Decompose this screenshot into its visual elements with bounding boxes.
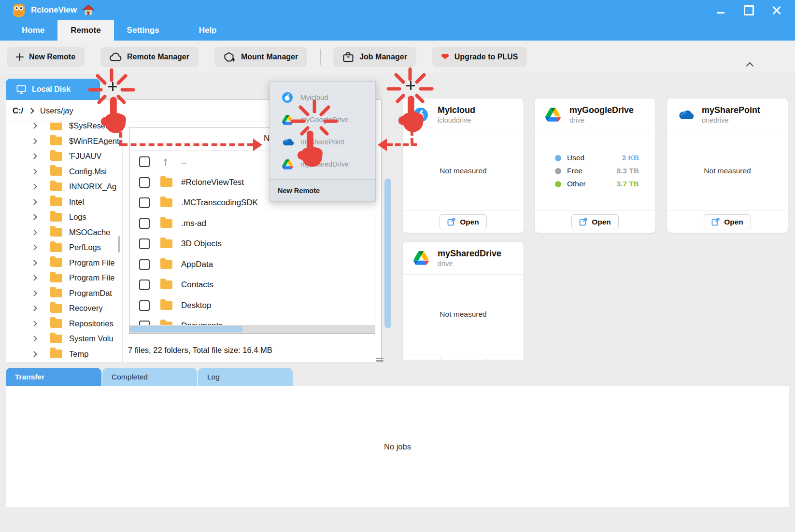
breadcrumb-root[interactable]: C:/ (13, 106, 23, 115)
remote-manager-button[interactable]: Remote Manager (100, 47, 199, 67)
tree-item[interactable]: 'FJUAUV (6, 149, 122, 164)
file-row[interactable]: .ms-ad (129, 213, 375, 234)
close-button[interactable] (771, 4, 782, 16)
checkbox[interactable] (139, 177, 150, 188)
popup-item-myshareddrive[interactable]: mySharedDrive (270, 153, 375, 175)
briefcase-icon (342, 52, 354, 62)
menu-home[interactable]: Home (9, 20, 57, 41)
popup-item-mygoogledrive[interactable]: myGoogleDrive (270, 109, 375, 131)
open-remote-button[interactable]: Open (571, 214, 619, 229)
no-jobs-text: No jobs (384, 442, 411, 451)
maximize-button[interactable] (743, 4, 754, 16)
tree-item-label: Logs (69, 212, 86, 222)
tree-item[interactable]: Repositories (6, 316, 122, 332)
checkbox[interactable] (139, 259, 150, 270)
minimize-button[interactable] (715, 4, 726, 16)
checkbox[interactable] (139, 156, 150, 167)
tree-item[interactable]: Logs (6, 210, 122, 225)
menu-help[interactable]: Help (186, 20, 230, 41)
upgrade-plus-button[interactable]: Upgrade to PLUS (432, 47, 527, 67)
chevron-right-icon (31, 260, 37, 266)
folder-icon (50, 304, 62, 313)
tree-item[interactable]: Program File (6, 255, 122, 271)
not-measured-text: Not measured (704, 167, 751, 175)
popup-item-myicloud[interactable]: Myicloud (270, 86, 375, 109)
file-row[interactable]: Contacts (129, 275, 375, 295)
add-pane-tab-button-right[interactable] (405, 80, 416, 91)
popup-item-mysharepoint[interactable]: mySharePoint (270, 131, 375, 153)
folder-icon (50, 167, 62, 176)
owl-logo-icon (13, 3, 25, 17)
tree-item[interactable]: $WinREAgent (6, 134, 122, 149)
external-link-icon (711, 218, 720, 226)
tree-item-label: Repositories (69, 319, 114, 328)
scrollbar-thumb[interactable] (384, 179, 391, 328)
folder-icon (50, 335, 62, 343)
house-icon (83, 5, 94, 15)
tab-transfer[interactable]: Transfer (6, 368, 101, 386)
chevron-right-icon (31, 138, 37, 144)
checkbox[interactable] (139, 197, 150, 208)
checkbox[interactable] (139, 218, 150, 229)
breadcrumb-path[interactable]: Users/jay (40, 106, 73, 115)
stat-value: 3.7 TB (616, 180, 639, 188)
file-row-label: AppData (181, 260, 213, 269)
tree-item-label: INNORIX_Ag (69, 182, 116, 191)
new-remote-button[interactable]: New Remote (7, 47, 85, 67)
tab-local-disk[interactable]: Local Disk (6, 79, 100, 100)
mount-manager-button[interactable]: Mount Manager (214, 47, 307, 67)
file-row[interactable]: 3D Objects (129, 234, 375, 254)
tab-completed[interactable]: Completed (102, 368, 197, 386)
tab-log[interactable]: Log (198, 368, 293, 386)
tree-item[interactable]: Program File (6, 270, 122, 286)
stat-used: Used 2 KB (555, 154, 639, 162)
tree-item[interactable]: ProgramDat (6, 286, 122, 301)
tree-item[interactable]: Intel (6, 195, 122, 210)
add-pane-tab-button-left[interactable] (107, 81, 118, 92)
horizontal-scrollbar[interactable] (129, 325, 375, 333)
tree-item[interactable]: Recovery (6, 301, 122, 316)
file-status-bar: 7 files, 22 folders, Total file size: 16… (123, 337, 381, 363)
menu-settings[interactable]: Settings (114, 20, 172, 41)
job-manager-button[interactable]: Job Manager (333, 47, 416, 67)
file-row[interactable]: Desktop (129, 295, 375, 316)
stat-free: Free 8.3 TB (555, 167, 639, 175)
remote-card-mygoogledrive: myGoogleDrive drive Used 2 KB Free 8.3 T… (534, 98, 656, 233)
tree-item[interactable]: System Volu (6, 331, 122, 347)
other-dot-icon (555, 181, 561, 187)
local-disk-tab-label: Local Disk (32, 85, 71, 94)
tree-item[interactable]: Config.Msi (6, 164, 122, 180)
mount-manager-label: Mount Manager (241, 53, 298, 61)
popup-item-label: mySharePoint (300, 138, 344, 146)
google-drive-icon (413, 251, 430, 266)
tree-item[interactable]: INNORIX_Ag (6, 179, 122, 195)
menu-bar: Home Remote Settings Help (0, 20, 795, 41)
monitor-icon (16, 85, 26, 94)
tree-item-label: Temp (69, 350, 88, 359)
not-measured-text: Not measured (440, 167, 486, 175)
pane-splitter-handle[interactable] (374, 357, 385, 362)
folder-icon (160, 198, 172, 207)
open-remote-button[interactable]: Open (440, 358, 487, 360)
stat-other: Other 3.7 TB (555, 180, 639, 188)
file-row[interactable]: AppData (129, 254, 375, 275)
tree-item[interactable]: $SysReset (6, 123, 122, 134)
collapse-toolbar-chevron-icon[interactable] (747, 63, 753, 67)
folder-icon (50, 152, 62, 161)
checkbox[interactable] (139, 238, 150, 249)
popup-new-remote[interactable]: New Remote (270, 179, 375, 201)
checkbox[interactable] (139, 300, 150, 311)
tree-item[interactable]: PerfLogs (6, 240, 122, 255)
scrollbar-thumb[interactable] (130, 326, 243, 332)
stat-label: Used (567, 154, 622, 162)
vertical-scrollbar[interactable] (384, 125, 391, 344)
tree-item[interactable]: Temp (6, 347, 122, 362)
tree-scrollbar[interactable] (118, 236, 120, 252)
checkbox[interactable] (139, 280, 150, 290)
chevron-right-icon (31, 229, 37, 236)
open-remote-button[interactable]: Open (440, 214, 487, 229)
open-remote-button[interactable]: Open (704, 214, 751, 229)
tree-item[interactable]: MSOCache (6, 225, 122, 240)
menu-remote[interactable]: Remote (57, 20, 114, 41)
tree-item-label: Program File (69, 258, 114, 267)
